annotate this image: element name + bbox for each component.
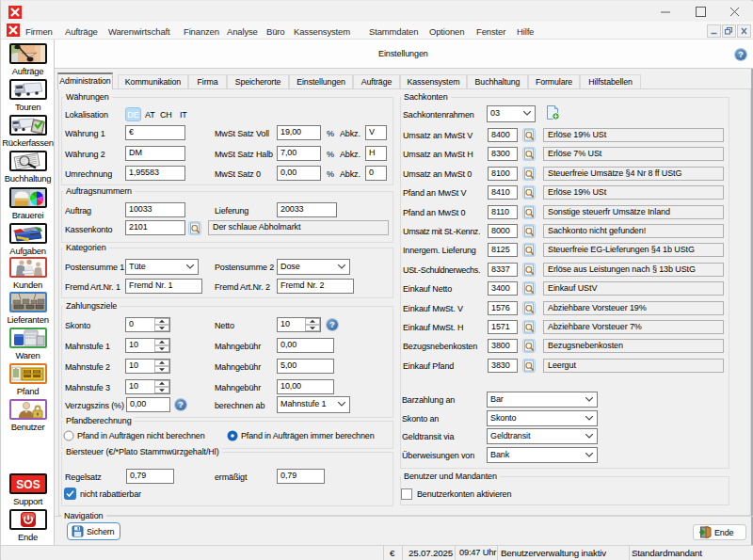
svg-text:SOS: SOS [16, 478, 40, 491]
